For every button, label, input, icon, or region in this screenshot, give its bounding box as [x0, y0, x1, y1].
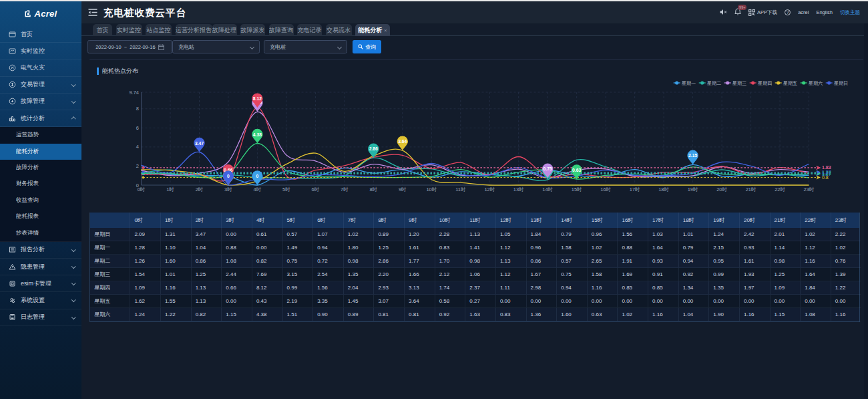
svg-text:0时: 0时: [138, 186, 146, 192]
svg-text:星期五: 星期五: [783, 80, 798, 86]
svg-text:16时: 16时: [600, 186, 611, 192]
svg-text:星期三: 星期三: [732, 80, 747, 86]
svg-text:9.74: 9.74: [129, 90, 139, 96]
svg-text:8时: 8时: [369, 186, 377, 192]
svg-text:19时: 19时: [688, 186, 698, 192]
svg-text:23时: 23时: [804, 186, 815, 192]
svg-text:0.63: 0.63: [572, 168, 581, 172]
svg-text:20时: 20时: [716, 186, 727, 192]
svg-text:3.64: 3.64: [398, 139, 407, 144]
svg-text:9时: 9时: [399, 186, 407, 192]
svg-text:1时: 1时: [166, 186, 174, 192]
svg-text:3时: 3时: [224, 186, 232, 192]
svg-text:15时: 15时: [572, 186, 582, 192]
svg-text:1.37: 1.37: [822, 170, 831, 174]
svg-text:6: 6: [136, 125, 139, 131]
svg-text:星期六: 星期六: [809, 80, 823, 86]
svg-text:4: 4: [136, 144, 139, 150]
svg-text:0: 0: [227, 174, 230, 178]
svg-text:2: 2: [136, 163, 139, 169]
svg-text:14时: 14时: [542, 186, 553, 192]
svg-text:4.38: 4.38: [253, 132, 262, 137]
svg-text:7时: 7时: [341, 186, 349, 192]
svg-text:13时: 13时: [513, 186, 524, 192]
svg-text:21时: 21时: [746, 186, 756, 192]
svg-text:星期四: 星期四: [758, 80, 773, 86]
svg-text:0.75: 0.75: [544, 166, 552, 171]
svg-text:2.15: 2.15: [688, 153, 697, 158]
svg-text:8: 8: [136, 106, 139, 112]
svg-text:5时: 5时: [282, 186, 290, 192]
svg-text:2.86: 2.86: [369, 146, 378, 151]
svg-text:18时: 18时: [658, 186, 669, 192]
svg-text:10时: 10时: [426, 186, 437, 192]
svg-text:星期二: 星期二: [707, 80, 722, 86]
svg-text:2时: 2时: [196, 186, 204, 192]
svg-text:22时: 22时: [775, 186, 785, 192]
svg-text:4时: 4时: [254, 186, 262, 192]
svg-text:12时: 12时: [484, 186, 495, 192]
svg-text:0: 0: [256, 174, 259, 178]
svg-text:星期日: 星期日: [834, 80, 849, 86]
svg-text:11时: 11时: [455, 186, 466, 192]
svg-text:星期一: 星期一: [682, 80, 696, 86]
svg-text:3.47: 3.47: [195, 141, 204, 146]
svg-text:8.12: 8.12: [253, 96, 262, 101]
svg-text:0.8: 0.8: [822, 175, 829, 180]
svg-text:17时: 17时: [630, 186, 640, 192]
svg-text:6时: 6时: [312, 186, 320, 192]
